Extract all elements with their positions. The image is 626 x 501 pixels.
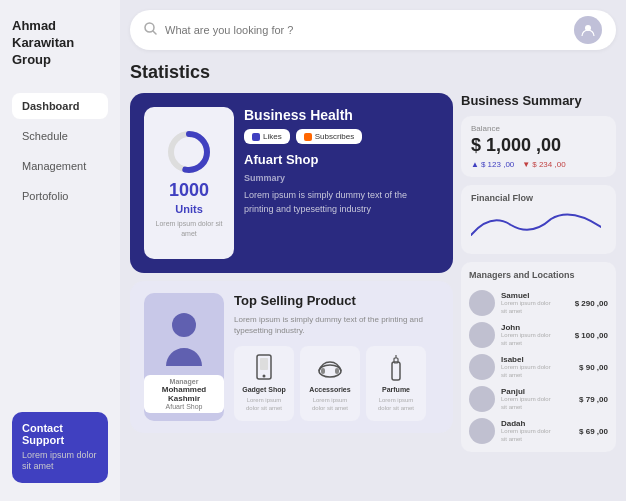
bh-lorem: Lorem ipsum dolor sit amet [152,219,226,239]
financial-flow-section: Financial Flow [461,185,616,254]
svg-rect-7 [260,358,268,370]
mgr-name-2: Isabel [501,355,573,364]
donut-chart [164,127,214,177]
accessories-icon [316,354,344,382]
mgr-sub-1: Lorem ipsum dolorsit amet [501,332,569,348]
product-sub-0: Lorem ipsum dolor sit amet [240,397,288,413]
balance-label: Balance [471,124,606,133]
business-health-card: 1000 Units Lorem ipsum dolor sit amet Bu… [130,93,453,273]
search-bar [130,10,616,50]
svg-rect-11 [335,368,339,374]
gadget-icon [250,354,278,382]
mgr-info-2: Isabel Lorem ipsum dolorsit amet [501,355,573,380]
manager-shop: Afuart Shop [150,403,218,410]
business-summary-title: Business Summary [461,93,616,108]
bh-stats: 1000 Units Lorem ipsum dolor sit amet [144,107,234,259]
sidebar-item-management[interactable]: Management [12,153,108,179]
tsp-manager: Manager Mohammed Kashmir Afuart Shop [144,293,224,421]
units-label: Units [175,203,203,215]
tsp-title: Top Selling Product [234,293,439,308]
flow-chart [471,207,601,242]
bh-title: Business Health [244,107,439,123]
mgr-name-4: Dadah [501,419,573,428]
content-area: 1000 Units Lorem ipsum dolor sit amet Bu… [130,93,616,491]
svg-rect-12 [392,362,400,380]
mgr-sub-0: Lorem ipsum dolorsit amet [501,300,569,316]
page-title: Statistics [130,62,210,83]
bh-badges: Likes Subscribes [244,129,439,144]
avatar [574,16,602,44]
svg-rect-10 [321,368,325,374]
mgr-info-0: Samuel Lorem ipsum dolorsit amet [501,291,569,316]
search-icon [144,22,157,38]
manager-row-2: Isabel Lorem ipsum dolorsit amet $ 90 ,0… [469,354,608,380]
product-list: Gadget Shop Lorem ipsum dolor sit amet [234,346,439,421]
product-name-1: Accessories [309,386,350,393]
manager-row-0: Samuel Lorem ipsum dolorsit amet $ 290 ,… [469,290,608,316]
mgr-amount-1: $ 100 ,00 [575,331,608,340]
mgr-sub-4: Lorem ipsum dolorsit amet [501,428,573,444]
sidebar-nav: Dashboard Schedule Management Portofolio [12,93,108,412]
parfume-icon [382,354,410,382]
deltas: ▲ $ 123 ,00 ▼ $ 234 ,00 [471,160,606,169]
sidebar-item-schedule[interactable]: Schedule [12,123,108,149]
manager-label: Manager [150,378,218,385]
product-sub-2: Lorem ipsum dolor sit amet [372,397,420,413]
delta-up-value: $ 123 ,00 [481,160,514,169]
mgr-sub-2: Lorem ipsum dolorsit amet [501,364,573,380]
mgr-info-1: John Lorem ipsum dolorsit amet [501,323,569,348]
svg-line-1 [153,31,156,34]
manager-row-4: Dadah Lorem ipsum dolorsit amet $ 69 ,00 [469,418,608,444]
svg-point-8 [263,375,266,378]
units-number: 1000 [169,181,209,199]
down-arrow: ▼ [522,160,530,169]
product-item-1: Accessories Lorem ipsum dolor sit amet [300,346,360,421]
up-arrow: ▲ [471,160,479,169]
tsp-details: Top Selling Product Lorem ipsum is simpl… [234,293,439,421]
subscribes-label: Subscribes [315,132,355,141]
balance-amount: $ 1,000 ,00 [471,135,606,156]
contact-support-subtitle: Lorem ipsum dolor sit amet [22,450,98,473]
search-input[interactable] [165,24,566,36]
manager-row-1: John Lorem ipsum dolorsit amet $ 100 ,00 [469,322,608,348]
sidebar: Ahmad Karawitan Group Dashboard Schedule… [0,0,120,501]
shop-name: Afuart Shop [244,152,439,167]
summary-label: Summary [244,173,439,183]
main-content: Statistics 1000 Units Lorem ipsum dolor … [120,0,626,501]
mgr-avatar-1 [469,322,495,348]
mgr-amount-2: $ 90 ,00 [579,363,608,372]
mgr-name-0: Samuel [501,291,569,300]
subscribes-badge: Subscribes [296,129,363,144]
sidebar-logo: Ahmad Karawitan Group [12,18,108,69]
contact-support-title: Contact Support [22,422,98,446]
product-name-2: Parfume [382,386,410,393]
managers-section: Managers and Locations Samuel Lorem ipsu… [461,262,616,452]
mgr-avatar-0 [469,290,495,316]
bh-details: Business Health Likes Subscribes Afuart … [244,107,439,259]
mgr-name-1: John [501,323,569,332]
managers-label: Managers and Locations [469,270,608,280]
delta-down: ▼ $ 234 ,00 [522,160,565,169]
header-row: Statistics [130,62,616,83]
person-icon [162,311,206,371]
likes-badge: Likes [244,129,290,144]
left-panels: 1000 Units Lorem ipsum dolor sit amet Bu… [130,93,453,491]
sidebar-item-portofolio[interactable]: Portofolio [12,183,108,209]
mgr-sub-3: Lorem ipsum dolorsit amet [501,396,573,412]
right-panel: Business Summary Balance $ 1,000 ,00 ▲ $… [461,93,616,491]
contact-support[interactable]: Contact Support Lorem ipsum dolor sit am… [12,412,108,483]
product-item-2: Parfume Lorem ipsum dolor sit amet [366,346,426,421]
manager-row-3: Panjul Lorem ipsum dolorsit amet $ 79 ,0… [469,386,608,412]
likes-label: Likes [263,132,282,141]
mgr-name-3: Panjul [501,387,573,396]
balance-section: Balance $ 1,000 ,00 ▲ $ 123 ,00 ▼ $ 234 … [461,116,616,177]
financial-flow-label: Financial Flow [471,193,606,203]
manager-name: Mohammed Kashmir [150,385,218,403]
mgr-amount-3: $ 79 ,00 [579,395,608,404]
mgr-avatar-3 [469,386,495,412]
svg-point-5 [172,313,196,337]
summary-text: Lorem ipsum is simply dummy text of the … [244,189,439,216]
sidebar-item-dashboard[interactable]: Dashboard [12,93,108,119]
mgr-amount-0: $ 290 ,00 [575,299,608,308]
mgr-avatar-2 [469,354,495,380]
